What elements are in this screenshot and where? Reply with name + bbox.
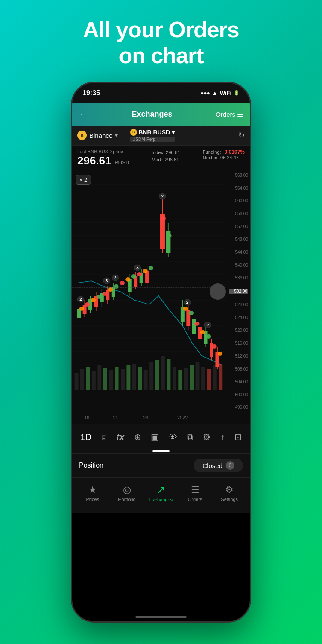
svg-point-83	[97, 295, 101, 299]
svg-text:2: 2	[186, 300, 189, 304]
svg-point-95	[183, 307, 188, 311]
portfolio-icon: ◎	[123, 484, 131, 495]
bottom-nav: ★ Prices ◎ Portfolio ↗ Exchanges ☰ Order…	[72, 477, 250, 513]
divider	[123, 129, 123, 141]
header-bar: ← Exchanges Orders ☰	[72, 103, 250, 126]
nav-exchanges[interactable]: ↗ Exchanges	[148, 484, 174, 502]
closed-label: Closed	[202, 462, 222, 469]
nav-portfolio[interactable]: ◎ Portfolio	[114, 484, 140, 502]
orders-button[interactable]: Orders ☰	[216, 110, 243, 118]
svg-point-93	[161, 216, 166, 221]
battery-icon: 🔋	[234, 90, 240, 96]
exchange-selector[interactable]: B Binance ▾	[77, 131, 118, 140]
svg-rect-15	[80, 369, 84, 390]
pair-icon: B	[130, 129, 137, 136]
phone-frame: 19:35 ●●● ▲ WiFi 🔋 ← Exchanges Orders ☰	[0, 82, 322, 623]
settings-icon: ⚙	[225, 484, 234, 495]
svg-rect-27	[149, 362, 153, 390]
chart-toolbar: 1D ⧇ fx ⊕ ▣ 👁 ⧉	[72, 424, 250, 450]
exchanges-label: Exchanges	[149, 497, 173, 502]
svg-rect-16	[86, 367, 90, 390]
toolbar-timeframe-1d[interactable]: 1D	[77, 431, 95, 444]
home-indicator	[135, 616, 187, 618]
hero-text: All your Orders on chart	[0, 0, 322, 77]
toolbar-layers[interactable]: ⧉	[184, 431, 197, 444]
pair-selector[interactable]: B BNB.BUSD ▾ USDM-Perp	[130, 129, 175, 142]
price-mid: Index: 296.81 Mark: 296.61	[152, 149, 180, 164]
toolbar-drawing[interactable]: ▣	[147, 430, 162, 444]
svg-rect-32	[178, 370, 182, 390]
orders-label: Orders	[188, 497, 203, 502]
closed-count: 0	[229, 462, 232, 468]
screen: ← Exchanges Orders ☰ B Binance ▾ B	[72, 103, 250, 621]
svg-point-92	[149, 266, 153, 270]
toolbar-eye[interactable]: 👁	[165, 431, 181, 444]
settings-label: Settings	[221, 497, 238, 502]
date-2022: 2022	[177, 415, 188, 420]
next-in-value: 06:24:47	[220, 155, 239, 160]
svg-text:2: 2	[207, 322, 209, 327]
date-axis: 16 21 26 2022	[72, 412, 250, 424]
toolbar-add[interactable]: ⊕	[131, 430, 145, 444]
svg-rect-14	[75, 373, 79, 390]
pair-type-badge: USDM-Perp	[130, 137, 175, 142]
toolbar-share[interactable]: ↑	[217, 431, 228, 444]
svg-rect-34	[190, 365, 194, 390]
notch	[135, 83, 187, 95]
svg-point-96	[189, 311, 194, 315]
svg-text:3: 3	[106, 278, 108, 283]
closed-count-badge: 0	[226, 461, 234, 470]
status-time: 19:35	[82, 89, 100, 97]
svg-point-81	[85, 302, 90, 307]
svg-text:2: 2	[79, 297, 82, 301]
svg-point-88	[125, 277, 130, 282]
nav-orders[interactable]: ☰ Orders	[182, 484, 208, 502]
svg-point-84	[102, 292, 107, 296]
svg-point-100	[212, 344, 217, 349]
chart-navigate-button[interactable]: →	[210, 283, 226, 300]
orders-icon: ☰	[237, 110, 243, 118]
svg-rect-20	[109, 370, 113, 390]
position-label: Position	[79, 462, 103, 469]
svg-rect-28	[155, 360, 159, 390]
svg-point-87	[120, 281, 125, 285]
svg-rect-38	[213, 365, 217, 390]
arrow-icon: →	[214, 288, 221, 295]
svg-rect-31	[173, 367, 176, 390]
refresh-button[interactable]: ↻	[238, 131, 245, 140]
prices-label: Prices	[86, 497, 100, 502]
svg-rect-22	[121, 369, 125, 390]
svg-point-82	[91, 298, 96, 302]
svg-point-85	[108, 287, 113, 292]
svg-rect-25	[138, 367, 142, 390]
svg-rect-17	[92, 371, 96, 390]
price-label: Last BNB.BUSD price	[77, 149, 129, 154]
svg-rect-30	[167, 359, 170, 390]
nav-settings[interactable]: ⚙ Settings	[216, 484, 242, 502]
toolbar-fullscreen[interactable]: ⊡	[231, 430, 245, 444]
toolbar-chart-type[interactable]: ⧇	[98, 431, 110, 444]
svg-point-101	[218, 352, 222, 356]
closed-button[interactable]: Closed 0	[194, 459, 243, 472]
svg-rect-21	[115, 367, 119, 390]
svg-rect-29	[161, 356, 165, 390]
funding-label: Funding:	[203, 149, 221, 155]
svg-rect-19	[103, 368, 107, 390]
header-title: Exchanges	[132, 110, 173, 119]
toolbar-settings[interactable]: ⚙	[199, 430, 214, 444]
svg-rect-23	[126, 365, 130, 390]
prices-icon: ★	[88, 484, 97, 495]
exchanges-icon: ↗	[157, 484, 165, 496]
svg-rect-71	[192, 319, 196, 334]
nav-prices[interactable]: ★ Prices	[80, 484, 106, 502]
chart-area[interactable]: 2 3 2 3 2 2 2	[72, 171, 250, 412]
svg-point-80	[79, 307, 84, 311]
svg-point-94	[167, 234, 171, 238]
back-button[interactable]: ←	[79, 109, 88, 120]
exchange-name-label: Binance	[89, 132, 112, 139]
toolbar-indicators-fx[interactable]: fx	[113, 431, 128, 444]
indicator-badge[interactable]: ∨ 2	[76, 175, 91, 185]
svg-rect-26	[144, 370, 148, 390]
svg-rect-35	[196, 362, 200, 390]
wifi-icon: WiFi	[220, 90, 231, 96]
